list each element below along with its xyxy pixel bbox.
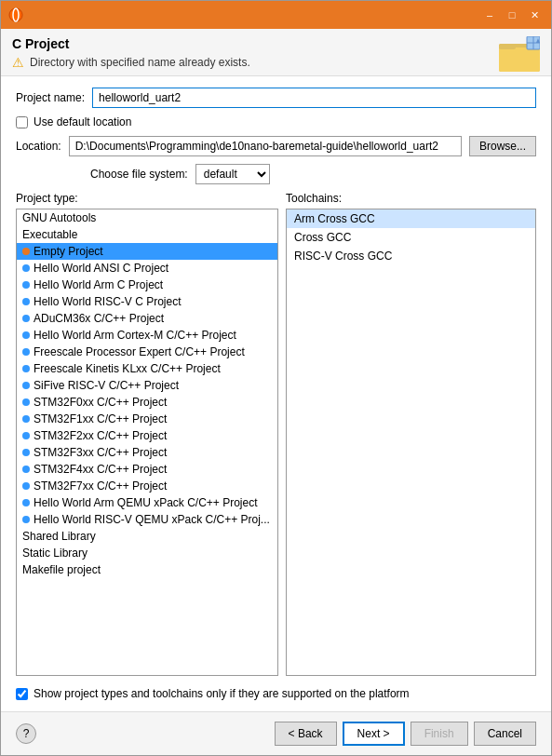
filesystem-select[interactable]: default xyxy=(195,164,270,184)
close-button[interactable]: ✕ xyxy=(525,7,544,23)
list-item[interactable]: Static Library xyxy=(17,545,277,561)
list-item[interactable]: STM32F2xx C/C++ Project xyxy=(17,427,277,444)
project-type-list[interactable]: GNU Autotools Executable Empty Project H… xyxy=(16,209,278,676)
dot-icon xyxy=(22,365,30,372)
warning-line: ⚠ Directory with specified name already … xyxy=(12,55,540,70)
bottom-left: ? xyxy=(16,723,36,744)
list-item[interactable]: STM32F0xx C/C++ Project xyxy=(17,394,277,411)
list-item[interactable]: Hello World RISC-V C Project xyxy=(17,293,277,310)
maximize-button[interactable]: □ xyxy=(503,7,521,23)
lists-section: Project type: Toolchains: GNU Autotools … xyxy=(16,192,536,676)
svg-rect-3 xyxy=(499,47,540,72)
list-item[interactable]: Hello World ANSI C Project xyxy=(17,260,277,277)
location-label: Location: xyxy=(16,140,61,153)
svg-rect-4 xyxy=(499,44,516,49)
title-bar-controls: – □ ✕ xyxy=(480,7,544,23)
eclipse-icon xyxy=(8,7,23,22)
use-default-location-label: Use default location xyxy=(34,115,131,128)
list-item[interactable]: Hello World Arm C Project xyxy=(17,277,277,293)
use-default-location-checkbox[interactable] xyxy=(16,116,28,128)
help-button[interactable]: ? xyxy=(16,723,36,744)
bottom-buttons: < Back Next > Finish Cancel xyxy=(275,722,536,746)
list-item[interactable]: Empty Project xyxy=(17,243,277,260)
list-item[interactable]: STM32F4xx C/C++ Project xyxy=(17,461,277,478)
list-item[interactable]: STM32F1xx C/C++ Project xyxy=(17,411,277,427)
dot-icon xyxy=(22,516,30,523)
toolchain-item[interactable]: RISC-V Cross GCC xyxy=(287,247,535,265)
list-item[interactable]: SiFive RISC-V C/C++ Project xyxy=(17,377,277,394)
warning-icon: ⚠ xyxy=(12,55,24,70)
dialog-content: Project name: Use default location Locat… xyxy=(1,76,551,711)
dot-icon xyxy=(22,248,30,255)
list-item[interactable]: GNU Autotools xyxy=(17,209,277,226)
cancel-button[interactable]: Cancel xyxy=(474,722,536,746)
dot-icon xyxy=(22,298,30,305)
dot-icon xyxy=(22,315,30,322)
warning-text: Directory with specified name already ex… xyxy=(30,56,250,69)
show-supported-label: Show project types and toolchains only i… xyxy=(34,687,410,700)
project-name-input[interactable] xyxy=(92,88,536,108)
list-item[interactable]: Hello World RISC-V QEMU xPack C/C++ Proj… xyxy=(17,511,277,528)
list-item[interactable]: Freescale Kinetis KLxx C/C++ Project xyxy=(17,360,277,377)
list-item[interactable]: Hello World Arm QEMU xPack C/C++ Project xyxy=(17,494,277,511)
dot-icon xyxy=(22,466,30,473)
dot-icon xyxy=(22,432,30,439)
dot-icon xyxy=(22,348,30,356)
toolchain-item[interactable]: Arm Cross GCC xyxy=(287,209,535,228)
list-item[interactable]: Hello World Arm Cortex-M C/C++ Project xyxy=(17,327,277,344)
next-button[interactable]: Next > xyxy=(343,722,405,746)
dot-icon xyxy=(22,398,30,406)
lists-labels: Project type: Toolchains: xyxy=(16,192,536,205)
dot-icon xyxy=(22,281,30,289)
back-button[interactable]: < Back xyxy=(275,722,337,746)
show-supported-checkbox-row: Show project types and toolchains only i… xyxy=(16,687,536,700)
dot-icon xyxy=(22,264,30,272)
title-bar-left xyxy=(8,7,23,22)
list-item[interactable]: ADuCM36x C/C++ Project xyxy=(17,310,277,327)
location-input[interactable] xyxy=(69,136,462,156)
toolchains-list[interactable]: Arm Cross GCC Cross GCC RISC-V Cross GCC xyxy=(286,209,536,676)
svg-point-0 xyxy=(9,8,22,21)
project-name-label: Project name: xyxy=(16,91,85,104)
dot-icon xyxy=(22,499,30,506)
list-item[interactable]: STM32F7xx C/C++ Project xyxy=(17,478,277,494)
list-item[interactable]: STM32F3xx C/C++ Project xyxy=(17,444,277,461)
toolchains-label: Toolchains: xyxy=(286,192,536,205)
dot-icon xyxy=(22,331,30,339)
list-item[interactable]: Freescale Processor Expert C/C++ Project xyxy=(17,344,277,360)
project-type-label: Project type: xyxy=(16,192,286,205)
main-window: – □ ✕ C Project ⚠ Directory with specifi… xyxy=(0,0,552,756)
dot-icon xyxy=(22,382,30,389)
list-item[interactable]: Makefile project xyxy=(17,561,277,578)
window-header: C Project ⚠ Directory with specified nam… xyxy=(1,29,551,76)
project-name-row: Project name: xyxy=(16,88,536,108)
toolchain-item[interactable]: Cross GCC xyxy=(287,228,535,247)
minimize-button[interactable]: – xyxy=(480,7,499,23)
list-item[interactable]: Shared Library xyxy=(17,528,277,545)
filesystem-label: Choose file system: xyxy=(90,168,188,181)
title-bar: – □ ✕ xyxy=(1,1,551,29)
folder-icon-large xyxy=(499,36,540,72)
finish-button[interactable]: Finish xyxy=(411,722,468,746)
show-supported-checkbox[interactable] xyxy=(16,688,28,700)
use-default-location-row: Use default location xyxy=(16,115,536,128)
dot-icon xyxy=(22,449,30,456)
browse-button[interactable]: Browse... xyxy=(469,136,536,156)
dialog-title: C Project xyxy=(12,36,540,51)
dot-icon xyxy=(22,482,30,490)
bottom-bar: ? < Back Next > Finish Cancel xyxy=(1,711,551,755)
dot-icon xyxy=(22,415,30,423)
location-row: Location: Browse... xyxy=(16,136,536,156)
lists-container: GNU Autotools Executable Empty Project H… xyxy=(16,209,536,676)
list-item[interactable]: Executable xyxy=(17,226,277,243)
filesystem-row: Choose file system: default xyxy=(16,164,536,184)
